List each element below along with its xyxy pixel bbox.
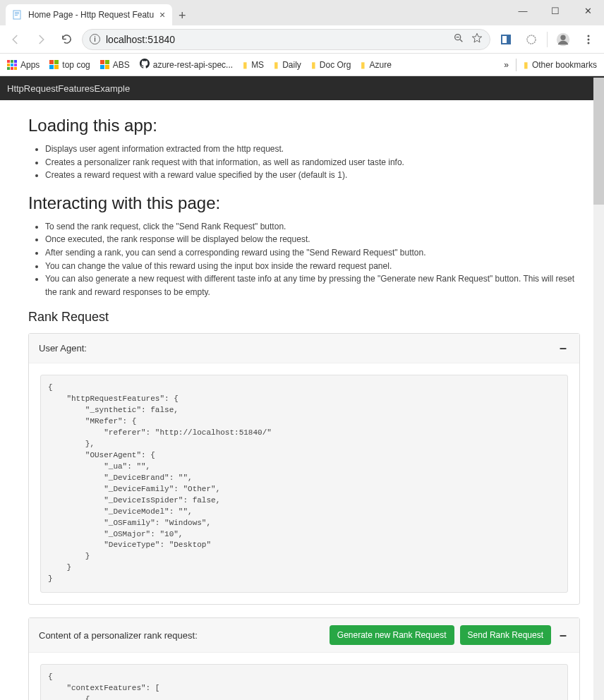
toolbar-separator — [547, 32, 548, 47]
rank-request-json: { "contextFeatures": [ { "time": "night"… — [40, 664, 568, 700]
interacting-list: To send the rank request, click the "Sen… — [45, 220, 580, 299]
list-item: To send the rank request, click the "Sen… — [45, 220, 580, 234]
tab-close-icon[interactable]: × — [159, 9, 165, 20]
svg-rect-2 — [15, 13, 19, 14]
list-item: After sending a rank, you can send a cor… — [45, 246, 580, 260]
bookmark-azure-api[interactable]: azure-rest-api-spec... — [140, 59, 233, 71]
window-close-button[interactable]: ✕ — [572, 0, 604, 21]
svg-rect-1 — [15, 12, 19, 13]
bookmark-label: Other bookmarks — [532, 60, 597, 70]
bookmark-label: MS — [251, 60, 264, 70]
heading-interacting: Interacting with this page: — [28, 193, 580, 213]
url-text: localhost:51840 — [106, 34, 175, 45]
bookmark-abs[interactable]: ABS — [100, 60, 130, 70]
svg-rect-6 — [502, 36, 507, 43]
generate-rank-request-button[interactable]: Generate new Rank Request — [330, 625, 454, 645]
browser-toolbar: i localhost:51840 — [0, 25, 604, 54]
card-body: { "httpRequestFeatures": { "_synthetic":… — [29, 363, 579, 604]
address-bar[interactable]: i localhost:51840 — [82, 29, 490, 50]
collapse-toggle-button[interactable]: – — [557, 341, 569, 356]
card-header-rank-request: Content of a personalizer rank request: … — [29, 618, 579, 653]
extension-reader-icon[interactable] — [496, 30, 516, 49]
bookmark-star-icon[interactable] — [471, 32, 483, 46]
apps-button[interactable]: Apps — [7, 60, 40, 70]
bookmarks-overflow-button[interactable]: » — [504, 60, 509, 70]
svg-point-10 — [588, 35, 590, 37]
svg-point-7 — [527, 35, 536, 44]
ms-logo-icon — [49, 60, 59, 69]
folder-icon: ▮ — [361, 60, 366, 70]
github-icon — [140, 59, 150, 71]
zoom-icon[interactable] — [453, 32, 464, 46]
profile-avatar-icon[interactable] — [553, 30, 573, 49]
heading-rank-request: Rank Request — [28, 310, 580, 325]
heading-loading: Loading this app: — [28, 116, 580, 135]
bookmark-docorg[interactable]: ▮Doc Org — [311, 60, 351, 70]
apps-icon — [7, 60, 17, 70]
folder-icon: ▮ — [243, 60, 248, 70]
card-user-agent: User Agent: – { "httpRequestFeatures": {… — [28, 333, 580, 605]
list-item: You can change the value of this reward … — [45, 260, 580, 273]
window-maximize-button[interactable]: ☐ — [539, 0, 572, 21]
menu-button[interactable] — [579, 30, 598, 49]
other-bookmarks[interactable]: ▮Other bookmarks — [524, 60, 597, 70]
bookmark-label: top cog — [62, 60, 90, 70]
list-item: Displays user agent information extracte… — [45, 143, 580, 156]
forward-button[interactable] — [31, 30, 51, 49]
app-header: HttpRequestFeaturesExample — [0, 76, 604, 100]
folder-icon: ▮ — [274, 60, 279, 70]
folder-icon: ▮ — [524, 60, 528, 70]
svg-point-12 — [588, 42, 590, 44]
page-favicon-icon — [13, 10, 23, 20]
bookmark-label: Daily — [282, 60, 301, 70]
window-controls: — ☐ ✕ — [507, 0, 604, 21]
card-title: Content of a personalizer rank request: — [39, 630, 198, 641]
bookmark-label: ABS — [113, 60, 130, 70]
extension-circle-icon[interactable] — [521, 30, 541, 49]
window-minimize-button[interactable]: — — [507, 0, 539, 21]
bookmark-label: azure-rest-api-spec... — [153, 60, 233, 70]
send-rank-request-button[interactable]: Send Rank Request — [460, 625, 551, 645]
loading-list: Displays user agent information extracte… — [45, 143, 580, 182]
bookmark-label: Azure — [369, 60, 391, 70]
scrollbar-thumb[interactable] — [593, 78, 604, 205]
back-button[interactable] — [6, 30, 25, 49]
bookmark-daily[interactable]: ▮Daily — [274, 60, 301, 70]
card-title: User Agent: — [39, 343, 87, 354]
ms-logo-icon — [100, 60, 109, 69]
list-item: You can also generate a new request with… — [45, 272, 580, 298]
list-item: Creates a reward request with a reward v… — [45, 169, 580, 182]
bookmark-topcog[interactable]: top cog — [49, 60, 90, 70]
page-scrollbar[interactable] — [593, 78, 604, 700]
reload-button[interactable] — [56, 30, 76, 49]
separator — [516, 59, 517, 71]
user-agent-json: { "httpRequestFeatures": { "_synthetic":… — [40, 375, 568, 593]
bookmark-ms[interactable]: ▮MS — [243, 60, 264, 70]
browser-titlebar: Home Page - Http Request Featu × + — ☐ ✕ — [0, 0, 604, 25]
tab-title: Home Page - Http Request Featu — [28, 10, 154, 20]
svg-point-11 — [588, 38, 590, 40]
bookmark-label: Doc Org — [320, 60, 351, 70]
svg-rect-3 — [15, 15, 18, 16]
app-title: HttpRequestFeaturesExample — [7, 83, 130, 94]
card-body: { "contextFeatures": [ { "time": "night"… — [29, 653, 579, 700]
page-content: Loading this app: Displays user agent in… — [0, 100, 604, 700]
list-item: Once executed, the rank response will be… — [45, 233, 580, 246]
browser-tab[interactable]: Home Page - Http Request Featu × — [6, 4, 172, 25]
apps-label: Apps — [20, 60, 40, 70]
bookmarks-bar: Apps top cog ABS azure-rest-api-spec... … — [0, 54, 604, 76]
new-tab-button[interactable]: + — [172, 6, 192, 25]
folder-icon: ▮ — [311, 60, 316, 70]
card-rank-request: Content of a personalizer rank request: … — [28, 617, 580, 700]
list-item: Creates a personalizer rank request with… — [45, 156, 580, 169]
svg-point-9 — [560, 35, 565, 40]
card-header-user-agent: User Agent: – — [29, 334, 579, 363]
bookmark-azure[interactable]: ▮Azure — [361, 60, 391, 70]
collapse-toggle-button[interactable]: – — [557, 628, 569, 643]
site-info-icon[interactable]: i — [90, 34, 100, 44]
